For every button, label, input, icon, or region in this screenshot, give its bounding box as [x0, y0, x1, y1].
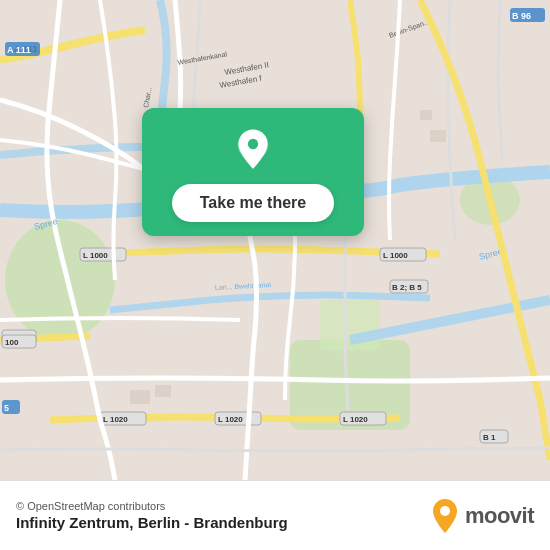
map-background: A 111 A 111 B 96 L 1000 L 1000 100 5 L 1… — [0, 0, 550, 480]
svg-text:L 1020: L 1020 — [343, 415, 368, 424]
svg-point-46 — [440, 506, 450, 516]
svg-rect-41 — [420, 110, 432, 120]
moovit-logo: moovit — [431, 498, 534, 534]
map-container: A 111 A 111 B 96 L 1000 L 1000 100 5 L 1… — [0, 0, 550, 480]
osm-attribution: © OpenStreetMap contributors — [16, 500, 288, 512]
bottom-left-info: © OpenStreetMap contributors Infinity Ze… — [16, 500, 288, 531]
popup-card: Take me there — [142, 108, 364, 236]
bottom-bar: © OpenStreetMap contributors Infinity Ze… — [0, 480, 550, 550]
svg-rect-3 — [320, 300, 380, 350]
svg-text:A 111: A 111 — [7, 45, 31, 55]
svg-rect-40 — [430, 130, 446, 142]
svg-rect-43 — [155, 385, 171, 397]
svg-text:5: 5 — [4, 403, 9, 413]
take-me-there-button[interactable]: Take me there — [172, 184, 334, 222]
svg-point-45 — [248, 139, 258, 149]
svg-text:B 1: B 1 — [483, 433, 496, 442]
svg-text:100: 100 — [5, 338, 19, 347]
svg-text:L 1020: L 1020 — [103, 415, 128, 424]
svg-text:L 1020: L 1020 — [218, 415, 243, 424]
moovit-pin-icon — [431, 498, 459, 534]
svg-text:L 1000: L 1000 — [83, 251, 108, 260]
svg-text:L 1000: L 1000 — [383, 251, 408, 260]
location-title: Infinity Zentrum, Berlin - Brandenburg — [16, 514, 288, 531]
svg-point-1 — [5, 220, 115, 340]
location-pin-icon — [229, 126, 277, 174]
svg-text:B 2; B 5: B 2; B 5 — [392, 283, 422, 292]
svg-text:B 96: B 96 — [512, 11, 531, 21]
svg-rect-42 — [130, 390, 150, 404]
moovit-brand-text: moovit — [465, 503, 534, 529]
